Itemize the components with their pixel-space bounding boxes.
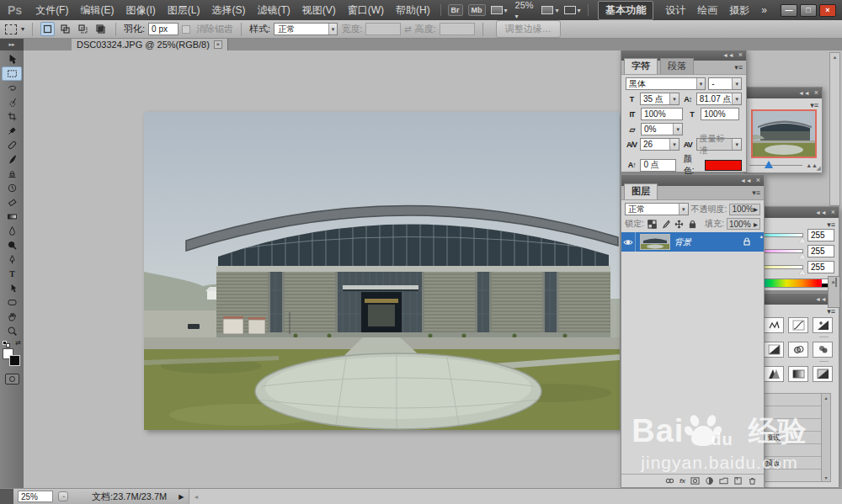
horizontal-scrollbar[interactable]: ◄ [189,489,842,504]
minimize-button[interactable]: — [781,4,797,17]
scroll-up-icon[interactable]: ▴ [834,54,837,60]
menu-edit[interactable]: 编辑(E) [74,0,120,20]
preset-row[interactable] [763,470,821,481]
panel-menu-icon[interactable]: ▾≡ [827,307,835,316]
adjustment-blackwhite-button[interactable] [764,342,784,358]
scroll-up-icon[interactable]: ▴ [824,395,827,401]
new-layer-icon[interactable] [733,476,743,485]
close-panel-icon[interactable]: × [814,89,818,97]
tab-layers[interactable]: 图层 [624,183,658,199]
font-size-select[interactable]: 35 点▾ [640,93,679,105]
menu-filter[interactable]: 滤镜(T) [251,0,296,20]
collapse-panel-icon[interactable]: ◄◄ [722,52,734,58]
preset-row[interactable] [763,406,821,419]
antialias-checkbox[interactable] [182,25,190,34]
tool-history-brush[interactable] [2,181,22,195]
menu-image[interactable]: 图像(I) [120,0,161,20]
swap-colors-icon[interactable]: ⇄ [15,339,21,347]
feather-input[interactable]: 0 px [148,23,179,35]
leading-select[interactable]: 81.07 点▾ [696,93,742,105]
text-color-swatch[interactable] [705,160,742,171]
tool-clone-stamp[interactable] [2,167,22,181]
selection-mode-add[interactable] [58,22,72,36]
restore-button[interactable]: □ [800,4,817,17]
menu-file[interactable]: 文件(F) [29,0,74,20]
tool-move[interactable] [2,52,22,66]
style-select[interactable]: 正常▾ [274,23,338,35]
tool-pen[interactable] [2,252,22,267]
close-panel-icon[interactable]: × [831,209,835,216]
close-panel-icon[interactable]: × [756,177,760,184]
baseline-shift-input[interactable]: 0 点 [640,159,675,172]
selection-mode-new[interactable] [40,22,55,36]
tool-zoom[interactable] [2,324,22,338]
tool-lasso[interactable] [2,81,22,95]
screen-mode-button[interactable]: ▾ [564,6,581,14]
menu-help[interactable]: 帮助(H) [390,0,436,20]
tool-quick-selection[interactable] [2,95,22,109]
close-document-icon[interactable]: × [214,40,222,49]
link-layers-icon[interactable] [665,476,674,485]
panel-menu-icon[interactable]: ▾≡ [734,63,743,72]
layer-style-icon[interactable]: fx [679,477,685,485]
tab-character[interactable]: 字符 [624,58,658,74]
status-options-icon[interactable]: ▶ [179,493,184,501]
scroll-left-icon[interactable]: ◄ [193,494,199,500]
tool-rectangular-marquee[interactable] [2,66,22,81]
tool-preset-icon[interactable] [5,24,17,34]
arrange-documents-button[interactable]: ▾ [491,6,508,14]
collapse-panel-icon[interactable]: ◄◄ [815,296,827,302]
adjustment-gradient-map-button[interactable] [788,366,808,382]
kerning-select[interactable]: 26▾ [640,138,679,151]
tool-dodge[interactable] [2,238,22,252]
workspace-photography[interactable]: 摄影 [729,3,749,18]
panel-menu-icon[interactable]: ▾≡ [752,188,760,197]
menu-view[interactable]: 视图(V) [296,0,342,20]
opacity-control[interactable]: 100%▸ [729,204,760,215]
scroll-down-icon[interactable]: ▾ [824,475,827,480]
tool-hand[interactable] [2,310,22,324]
tool-crop[interactable] [2,109,22,124]
tab-paragraph[interactable]: 段落 [660,58,694,74]
tool-spot-healing-brush[interactable] [2,138,22,152]
presets-scrollbar[interactable]: ▴ ▾ [821,394,830,481]
lock-transparency-button[interactable] [647,219,658,229]
tool-path-selection[interactable] [2,281,22,295]
mini-bridge-button[interactable]: Mb [468,4,486,16]
adjustment-channel-mixer-button[interactable] [813,342,833,358]
font-family-select[interactable]: 黑体▾ [626,77,706,90]
workspace-essentials[interactable]: 基本功能 [598,1,653,20]
layer-name[interactable]: 背景 [674,236,691,248]
layer-row-background[interactable]: 背景 ▴ [621,232,764,252]
menu-layer[interactable]: 图层(L) [162,0,206,20]
adjustment-hue-saturation-button[interactable] [788,342,808,358]
view-extras-button[interactable]: ▾ [541,6,558,14]
lock-all-button[interactable] [687,219,698,229]
workspace-overflow-button[interactable]: » [761,4,767,16]
dock-scrollbar[interactable]: ▴ [829,52,840,206]
selection-mode-subtract[interactable] [76,22,90,36]
status-zoom-input[interactable]: 25% [18,491,53,502]
font-style-select[interactable]: -▾ [708,77,742,90]
vertical-scale-input[interactable]: 100% [641,108,683,120]
blue-value-input[interactable]: 255 [807,261,834,273]
collapsed-dock-tab[interactable]: × [828,276,840,308]
collapse-panel-icon[interactable]: ◄◄ [815,210,827,215]
layer-mask-icon[interactable] [690,476,700,485]
close-button[interactable]: × [819,4,836,17]
adjustment-curves-button[interactable] [788,317,808,333]
preset-row[interactable]: 预设 [763,432,821,444]
chevron-down-icon[interactable]: ▾ [21,25,24,33]
tool-type[interactable]: T [2,267,22,281]
red-value-input[interactable]: 255 [807,229,834,241]
layer-thumbnail[interactable] [640,234,670,250]
adjustment-levels-button[interactable] [764,317,784,333]
preset-row[interactable] [763,419,821,432]
delete-layer-icon[interactable] [748,476,757,485]
slider-thumb[interactable] [765,161,773,168]
menu-window[interactable]: 窗口(W) [342,0,390,20]
panel-menu-icon[interactable]: ▾≡ [827,220,835,229]
navigator-proxy-view[interactable] [751,109,817,158]
preset-row[interactable] [763,394,821,406]
preset-row[interactable]: 预设 [763,457,821,470]
